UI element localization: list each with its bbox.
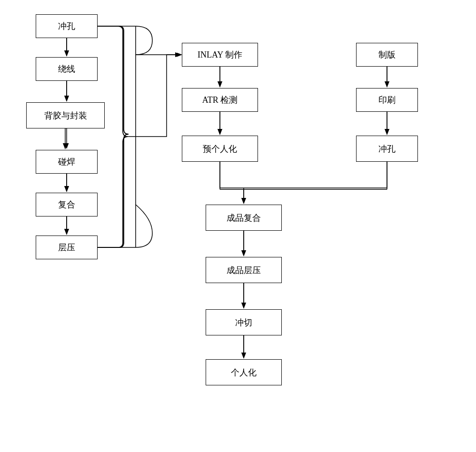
box-chengpin-fuhe: 成品复合 — [206, 205, 282, 231]
box-chongqie: 冲切 — [206, 309, 282, 335]
flowchart-diagram: 冲孔 绕线 背胶与封装 碰焊 复合 层压 INLAY 制作 ATR 检测 预个人… — [0, 0, 476, 452]
box-yuge: 预个人化 — [182, 136, 258, 162]
box-penghan: 碰焊 — [36, 150, 98, 174]
box-zhiban: 制版 — [356, 43, 418, 67]
box-chongkong-1: 冲孔 — [36, 14, 98, 38]
box-gerenhuan: 个人化 — [206, 359, 282, 385]
box-inlay: INLAY 制作 — [182, 43, 258, 67]
box-beijiao: 背胶与封装 — [26, 102, 105, 128]
box-atr: ATR 检测 — [182, 88, 258, 112]
box-chengpin-cengya: 成品层压 — [206, 257, 282, 283]
box-chongkong-2: 冲孔 — [356, 136, 418, 162]
box-fuhe: 复合 — [36, 193, 98, 216]
box-yinshua: 印刷 — [356, 88, 418, 112]
box-cengya: 层压 — [36, 236, 98, 259]
svg-line-20 — [129, 55, 180, 134]
box-raoxian: 绕线 — [36, 57, 98, 81]
svg-line-21 — [124, 55, 181, 134]
